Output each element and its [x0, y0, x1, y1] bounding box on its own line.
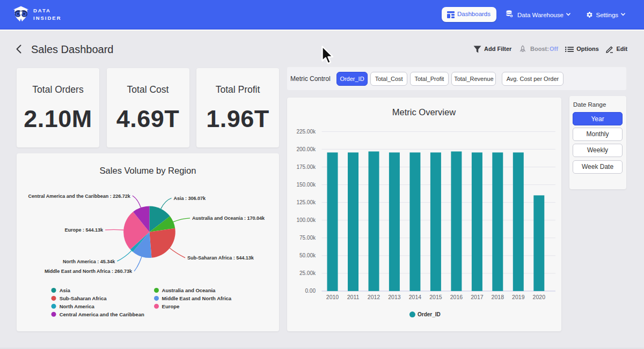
svg-text:Middle East and North Africa :: Middle East and North Africa : 260.73k — [45, 269, 133, 274]
svg-text:Central America and the Caribb: Central America and the Caribbean : 226.… — [28, 194, 131, 199]
svg-text:2010: 2010 — [326, 294, 339, 300]
svg-text:Sales Volume by Region: Sales Volume by Region — [100, 166, 196, 175]
svg-text:Europe: Europe — [162, 303, 180, 309]
svg-text:Middle East and North Africa: Middle East and North Africa — [162, 295, 232, 301]
svg-text:2011: 2011 — [347, 294, 360, 300]
svg-text:Australia and Oceania: Australia and Oceania — [162, 287, 216, 293]
svg-text:25.00k: 25.00k — [299, 270, 316, 276]
svg-text:2017: 2017 — [471, 294, 484, 300]
svg-text:Sub-Saharan Africa : 544.13k: Sub-Saharan Africa : 544.13k — [187, 255, 254, 261]
svg-text:0.00: 0.00 — [305, 288, 316, 294]
svg-text:50.00k: 50.00k — [299, 253, 316, 258]
svg-text:2012: 2012 — [368, 294, 380, 300]
svg-text:Asia: Asia — [60, 287, 71, 293]
svg-text:Order_ID: Order_ID — [418, 311, 441, 317]
svg-text:North America : 45.34k: North America : 45.34k — [63, 259, 115, 264]
svg-text:225.00k: 225.00k — [296, 129, 316, 135]
svg-text:2020: 2020 — [533, 294, 546, 300]
svg-text:Asia : 306.07k: Asia : 306.07k — [174, 196, 207, 201]
svg-text:2018: 2018 — [492, 294, 504, 300]
svg-text:175.00k: 175.00k — [296, 164, 316, 170]
svg-text:2014: 2014 — [409, 294, 422, 300]
svg-text:2015: 2015 — [429, 294, 442, 300]
svg-text:Australia and Oceania : 170.04: Australia and Oceania : 170.04k — [192, 216, 265, 221]
svg-text:75.00k: 75.00k — [299, 235, 316, 241]
svg-text:2019: 2019 — [512, 294, 525, 300]
svg-text:Metric Overview: Metric Overview — [392, 107, 456, 117]
svg-text:Sub-Saharan Africa: Sub-Saharan Africa — [60, 295, 107, 301]
svg-text:2013: 2013 — [388, 294, 401, 300]
svg-text:125.00k: 125.00k — [296, 199, 316, 205]
svg-text:100.00k: 100.00k — [296, 217, 316, 223]
svg-text:Central America and the Caribb: Central America and the Caribbean — [60, 311, 144, 317]
svg-text:North America: North America — [60, 303, 95, 309]
svg-text:200.00k: 200.00k — [296, 146, 316, 152]
svg-text:2016: 2016 — [450, 294, 463, 300]
svg-text:Europe : 544.13k: Europe : 544.13k — [64, 227, 104, 233]
svg-text:150.00k: 150.00k — [296, 182, 316, 188]
